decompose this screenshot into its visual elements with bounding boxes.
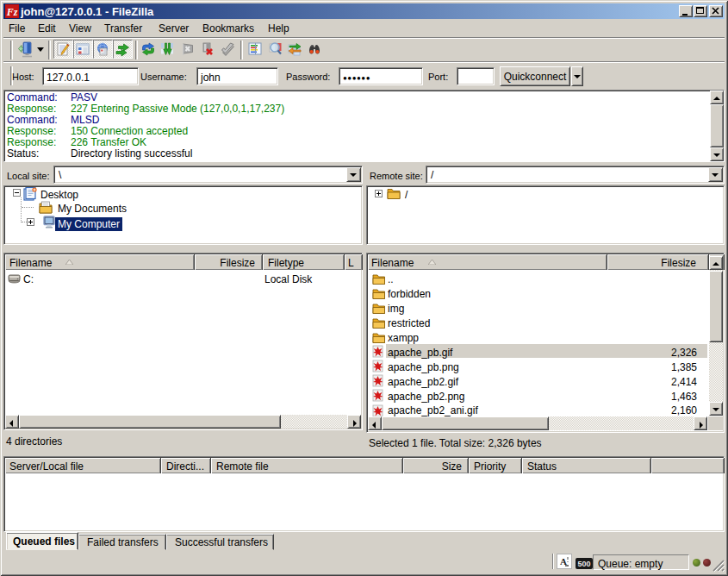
svg-text:A: A	[560, 556, 567, 567]
svg-text:500: 500	[577, 560, 590, 568]
svg-text:Fz: Fz	[6, 6, 18, 18]
